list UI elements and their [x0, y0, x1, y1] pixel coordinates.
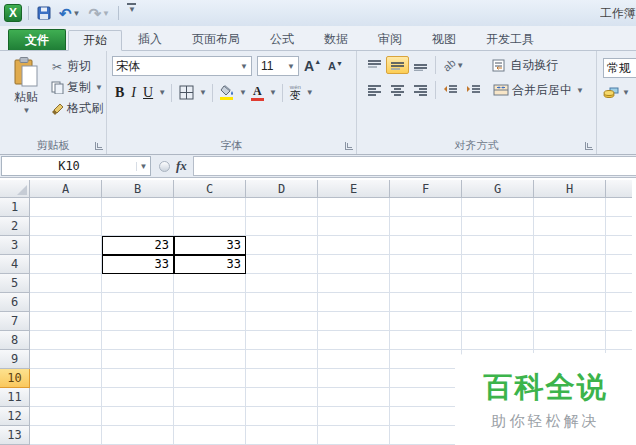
- borders-button[interactable]: [177, 84, 196, 101]
- cell-D12[interactable]: [246, 407, 318, 426]
- row-header-3[interactable]: 3: [0, 236, 30, 255]
- align-right-button[interactable]: [409, 81, 432, 99]
- save-button[interactable]: [35, 3, 53, 23]
- cell-partial-8[interactable]: [606, 331, 632, 350]
- cell-B7[interactable]: [102, 312, 174, 331]
- cell-A3[interactable]: [30, 236, 102, 255]
- font-name-combobox[interactable]: 宋体 ▼: [112, 56, 252, 76]
- cell-partial-5[interactable]: [606, 274, 632, 293]
- cell-A5[interactable]: [30, 274, 102, 293]
- column-header-B[interactable]: B: [102, 180, 174, 198]
- decrease-indent-button[interactable]: [439, 81, 462, 99]
- cell-A9[interactable]: [30, 350, 102, 369]
- cell-G7[interactable]: [462, 312, 534, 331]
- cell-C13[interactable]: [174, 426, 246, 445]
- cell-A6[interactable]: [30, 293, 102, 312]
- underline-button[interactable]: U: [141, 84, 155, 102]
- cell-C10[interactable]: [174, 369, 246, 388]
- cell-E7[interactable]: [318, 312, 390, 331]
- chevron-down-icon[interactable]: ▼: [240, 62, 248, 71]
- format-painter-button[interactable]: 格式刷: [50, 100, 103, 117]
- select-all-corner[interactable]: [0, 180, 30, 198]
- cell-C6[interactable]: [174, 293, 246, 312]
- row-header-2[interactable]: 2: [0, 217, 30, 236]
- paste-button[interactable]: 粘贴 ▼: [4, 55, 48, 117]
- orientation-button[interactable]: ab ▼: [439, 56, 468, 74]
- cell-D4[interactable]: [246, 255, 318, 274]
- cell-F9[interactable]: [390, 350, 462, 369]
- cell-F11[interactable]: [390, 388, 462, 407]
- cell-F2[interactable]: [390, 217, 462, 236]
- cell-partial-3[interactable]: [606, 236, 632, 255]
- tab-insert[interactable]: 插入: [124, 29, 176, 50]
- accounting-format-button[interactable]: ▼: [603, 86, 636, 99]
- cell-A11[interactable]: [30, 388, 102, 407]
- column-header-G[interactable]: G: [462, 180, 534, 198]
- cell-D2[interactable]: [246, 217, 318, 236]
- chevron-down-icon[interactable]: ▼: [73, 9, 81, 18]
- cell-H3[interactable]: [534, 236, 606, 255]
- cell-A10[interactable]: [30, 369, 102, 388]
- align-middle-button[interactable]: [386, 56, 409, 74]
- cell-E5[interactable]: [318, 274, 390, 293]
- row-header-1[interactable]: 1: [0, 198, 30, 217]
- cell-A8[interactable]: [30, 331, 102, 350]
- column-header-A[interactable]: A: [30, 180, 102, 198]
- cell-A7[interactable]: [30, 312, 102, 331]
- cell-H2[interactable]: [534, 217, 606, 236]
- column-header-E[interactable]: E: [318, 180, 390, 198]
- column-header-H[interactable]: H: [534, 180, 606, 198]
- cell-F8[interactable]: [390, 331, 462, 350]
- tab-view[interactable]: 视图: [418, 29, 470, 50]
- cell-B11[interactable]: [102, 388, 174, 407]
- font-size-combobox[interactable]: 11 ▼: [257, 56, 299, 76]
- align-left-button[interactable]: [363, 81, 386, 99]
- cell-A12[interactable]: [30, 407, 102, 426]
- column-header-C[interactable]: C: [174, 180, 246, 198]
- font-color-button[interactable]: A: [249, 84, 266, 102]
- cell-A2[interactable]: [30, 217, 102, 236]
- row-header-12[interactable]: 12: [0, 407, 30, 426]
- tab-formulas[interactable]: 公式: [256, 29, 308, 50]
- tab-data[interactable]: 数据: [310, 29, 362, 50]
- cell-partial-1[interactable]: [606, 198, 632, 217]
- cell-B1[interactable]: [102, 198, 174, 217]
- cell-E11[interactable]: [318, 388, 390, 407]
- cell-C7[interactable]: [174, 312, 246, 331]
- cell-G6[interactable]: [462, 293, 534, 312]
- chevron-down-icon[interactable]: ▼: [239, 88, 247, 97]
- cell-D9[interactable]: [246, 350, 318, 369]
- tab-home[interactable]: 开始: [68, 30, 122, 51]
- cell-C9[interactable]: [174, 350, 246, 369]
- cell-D3[interactable]: [246, 236, 318, 255]
- cell-H5[interactable]: [534, 274, 606, 293]
- align-top-button[interactable]: [363, 56, 386, 74]
- row-header-9[interactable]: 9: [0, 350, 30, 369]
- cell-F3[interactable]: [390, 236, 462, 255]
- cell-partial-7[interactable]: [606, 312, 632, 331]
- cell-B2[interactable]: [102, 217, 174, 236]
- shrink-font-button[interactable]: A▼: [326, 60, 345, 72]
- row-header-7[interactable]: 7: [0, 312, 30, 331]
- cell-B5[interactable]: [102, 274, 174, 293]
- cell-E13[interactable]: [318, 426, 390, 445]
- chevron-down-icon[interactable]: ▼: [269, 88, 277, 97]
- column-header-partial[interactable]: [606, 180, 632, 198]
- cell-H8[interactable]: [534, 331, 606, 350]
- grow-font-button[interactable]: A▲: [302, 58, 323, 74]
- cell-D10[interactable]: [246, 369, 318, 388]
- cell-D7[interactable]: [246, 312, 318, 331]
- row-header-11[interactable]: 11: [0, 388, 30, 407]
- cell-C4[interactable]: 33: [174, 255, 246, 274]
- fill-color-button[interactable]: [218, 84, 236, 101]
- cell-F4[interactable]: [390, 255, 462, 274]
- chevron-down-icon[interactable]: ▼: [199, 88, 207, 97]
- cell-B6[interactable]: [102, 293, 174, 312]
- row-header-4[interactable]: 4: [0, 255, 30, 274]
- cell-C8[interactable]: [174, 331, 246, 350]
- cell-E4[interactable]: [318, 255, 390, 274]
- cell-A4[interactable]: [30, 255, 102, 274]
- chevron-down-icon[interactable]: ▼: [102, 9, 110, 18]
- cell-F10[interactable]: [390, 369, 462, 388]
- align-bottom-button[interactable]: [409, 56, 432, 74]
